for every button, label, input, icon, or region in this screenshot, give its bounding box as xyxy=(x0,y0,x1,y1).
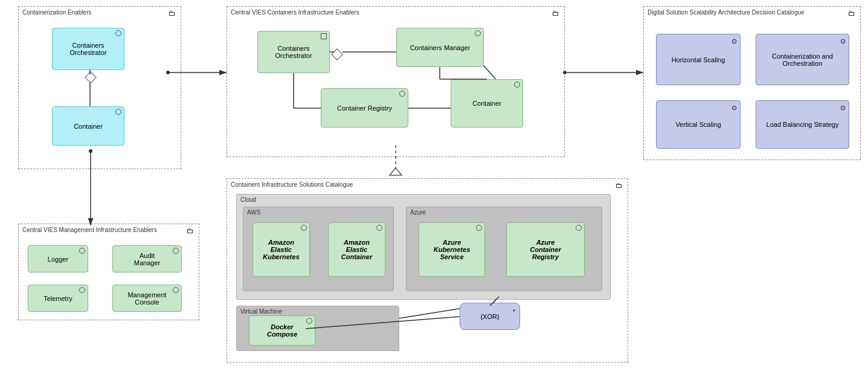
containerization-enablers-group: Containerization Enablers 🗀 Containers O… xyxy=(18,6,181,169)
vertical-scaling-node: ⊙ Vertical Scaling xyxy=(656,100,741,149)
folder-icon-1: 🗀 xyxy=(169,9,176,18)
node-icon-3 xyxy=(321,33,327,40)
amazon-elastic-kubernetes-node: Amazon Elastic Kubernetes xyxy=(252,222,310,277)
amazon-elastic-container-node: Amazon Elastic Container xyxy=(328,222,385,277)
folder-icon-4: 🗀 xyxy=(187,227,194,235)
node-icon-8 xyxy=(173,248,179,255)
node-icon-6 xyxy=(514,82,520,89)
digital-solution-group: Digital Solution Scalability Architectur… xyxy=(643,6,861,160)
folder-icon-3: 🗀 xyxy=(848,9,855,18)
diagram-canvas: Containerization Enablers 🗀 Containers O… xyxy=(0,0,868,371)
docker-compose-node: Docker Compose xyxy=(249,315,315,346)
horizontal-scaling-node: ⊙ Horizontal Scaling xyxy=(656,34,741,85)
node-icon-15 xyxy=(306,318,312,325)
node-icon-11 xyxy=(301,225,307,232)
node-icon-7 xyxy=(79,248,85,255)
central-vies-infra-group: Central VIES Containers Infrastructure E… xyxy=(227,6,565,157)
containerization-orchestration-node: ⊙ Containerization and Orchestration xyxy=(756,34,849,85)
node-icon-2 xyxy=(115,109,121,116)
containers-orchestrator-2-node: Containers Orchestrator xyxy=(257,31,330,73)
central-vies-mgmt-label: Central VIES Management Infrastructure E… xyxy=(22,227,157,233)
containers-infra-solutions-label: Containers Infrastructure Solutions Cata… xyxy=(231,181,353,188)
svg-marker-12 xyxy=(390,168,402,175)
node-icon-12 xyxy=(376,225,382,232)
management-console-node: Management Console xyxy=(112,285,182,312)
containers-orchestrator-1-node: Containers Orchestrator xyxy=(52,28,124,70)
folder-icon-2: 🗀 xyxy=(552,9,559,18)
telemetry-node: Telemetry xyxy=(28,285,88,312)
xor-icon: ⬧ xyxy=(512,306,516,313)
aws-label: AWS xyxy=(247,209,260,216)
vm-label: Virtual Machine xyxy=(240,308,282,315)
cloud-label: Cloud xyxy=(240,196,256,203)
containerization-enablers-label: Containerization Enablers xyxy=(22,9,92,16)
containers-manager-node: Containers Manager xyxy=(396,28,484,67)
diamond-1 xyxy=(85,71,97,83)
azure-container-registry-node: Azure Container Registry xyxy=(506,222,585,277)
folder-icon-5: 🗀 xyxy=(616,181,623,190)
gear-icon-4: ⊙ xyxy=(840,104,846,112)
node-icon-14 xyxy=(576,225,582,232)
gear-icon-3: ⊙ xyxy=(731,104,737,112)
azure-box: Azure Azure Kubernetes Service Azure Con… xyxy=(406,207,602,291)
diamond-2 xyxy=(331,48,343,60)
digital-solution-label: Digital Solution Scalability Architectur… xyxy=(648,9,805,16)
azure-kubernetes-service-node: Azure Kubernetes Service xyxy=(419,222,485,277)
azure-label: Azure xyxy=(410,209,426,216)
audit-manager-node: Audit Manager xyxy=(112,245,182,273)
cloud-box: Cloud AWS Amazon Elastic Kubernetes Amaz… xyxy=(236,194,611,300)
node-icon-4 xyxy=(475,30,481,37)
node-icon-5 xyxy=(399,91,405,98)
gear-icon-1: ⊙ xyxy=(731,37,737,45)
node-icon-10 xyxy=(173,287,179,294)
xor-box: {XOR} ⬧ xyxy=(460,303,520,330)
aws-box: AWS Amazon Elastic Kubernetes Amazon Ela… xyxy=(243,207,394,291)
node-icon-9 xyxy=(79,287,85,294)
node-icon-1 xyxy=(115,30,121,37)
central-vies-mgmt-group: Central VIES Management Infrastructure E… xyxy=(18,224,199,320)
container-1-node: Container xyxy=(52,106,124,146)
container-registry-node: Container Registry xyxy=(321,88,408,127)
load-balancing-strategy-node: ⊙ Load Balancing Strategy xyxy=(756,100,849,149)
gear-icon-2: ⊙ xyxy=(840,37,846,45)
logger-node: Logger xyxy=(28,245,88,273)
container-2-node: Container xyxy=(451,79,523,127)
central-vies-infra-label: Central VIES Containers Infrastructure E… xyxy=(231,9,359,16)
node-icon-13 xyxy=(476,225,482,232)
containers-infra-solutions-group: Containers Infrastructure Solutions Cata… xyxy=(227,178,628,363)
vm-box: Virtual Machine Docker Compose xyxy=(236,306,399,351)
